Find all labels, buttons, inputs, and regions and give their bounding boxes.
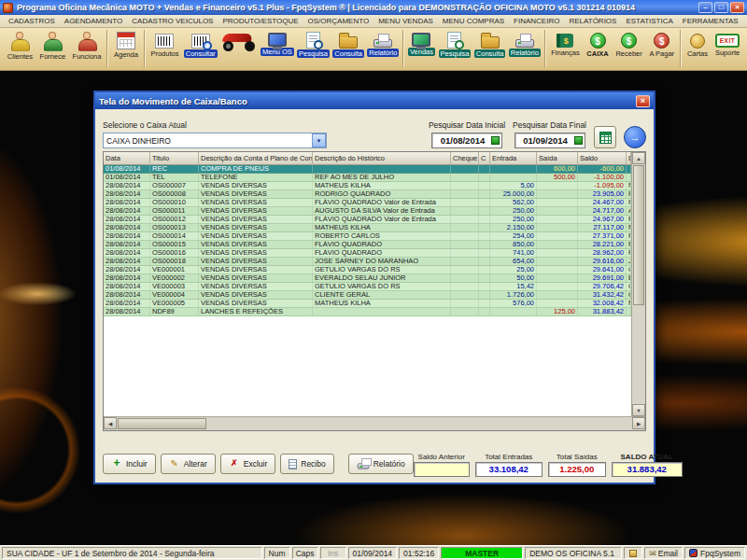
table-row[interactable]: 01/08/2014TELTELEFONEREF AO MES DE JULHO…: [104, 174, 631, 182]
toolbar-button-funciona[interactable]: Funciona: [69, 30, 105, 69]
toolbar-button-a-pagar[interactable]: A Pagar: [646, 30, 678, 69]
toolbar-button-clientes[interactable]: Clientes: [4, 30, 36, 69]
vertical-scrollbar[interactable]: ▲ ▼: [631, 152, 645, 416]
cell: JOSE SARNEY DO MARANHAO: [313, 258, 451, 265]
toolbar-button-pesquisa[interactable]: Pesquisa: [437, 30, 472, 69]
combo-dropdown-icon[interactable]: ▼: [312, 133, 326, 147]
scroll-down-icon[interactable]: ▼: [632, 404, 645, 416]
scroll-left-icon[interactable]: ◀: [104, 417, 117, 429]
toolbar-button-suporte[interactable]: EXITSuporte: [712, 30, 743, 69]
vertical-scroll-track[interactable]: [632, 306, 645, 404]
date-end-field[interactable]: 01/09/2014: [514, 133, 585, 148]
column-header-titulo[interactable]: Titulo: [150, 152, 199, 164]
toolbar-button-consulta[interactable]: Consulta: [472, 30, 507, 69]
incluir-button[interactable]: Incluir: [103, 454, 156, 474]
toolbar-button-produtos[interactable]: Produtos: [148, 30, 182, 69]
table-row[interactable]: 01/08/2014RECCOMPRA DE PNEUS600,00-600,0…: [104, 165, 631, 174]
table-row[interactable]: 28/08/2014VE000005VENDAS DIVERSASMATHEUS…: [104, 300, 631, 308]
tray-icon[interactable]: [629, 550, 637, 557]
table-row[interactable]: 28/08/2014OS000008VENDAS DIVERSASRODRIGO…: [104, 190, 631, 199]
date-picker-icon[interactable]: [491, 136, 500, 145]
column-header-cheque[interactable]: Cheque: [451, 152, 479, 164]
scroll-right-icon[interactable]: ▶: [632, 417, 645, 429]
column-header-sa-da[interactable]: Saída: [537, 152, 578, 164]
toolbar-button-consultar[interactable]: Consultar: [182, 30, 218, 69]
column-header-descri-o-da-conta-d-plano-de-contas[interactable]: Descrição da Conta d Plano de Contas: [199, 152, 313, 164]
toolbar-button-menu-os[interactable]: Menu OS: [259, 30, 295, 69]
menu-item-estatistica[interactable]: ESTATISTICA: [621, 17, 677, 25]
close-icon[interactable]: [730, 2, 744, 13]
date-start-field[interactable]: 01/08/2014: [431, 133, 502, 148]
toolbar-button-relat-rio[interactable]: Relatório: [507, 30, 542, 69]
column-header-entrada[interactable]: Entrada: [490, 152, 537, 164]
table-row[interactable]: 28/08/2014OS000010VENDAS DIVERSASFLÁVIO …: [104, 199, 631, 207]
menu-item-menu-compras[interactable]: MENU COMPRAS: [438, 17, 509, 25]
table-row[interactable]: 28/08/2014OS000016VENDAS DIVERSASFLÁVIO …: [104, 249, 631, 258]
toolbar-button-cartas[interactable]: Cartas: [684, 30, 712, 69]
cell: [479, 266, 490, 273]
toolbar-button-finan-as[interactable]: Finanças: [548, 30, 584, 69]
table-row[interactable]: 28/08/2014VE000002VENDAS DIVERSASEVERALD…: [104, 274, 631, 283]
toolbar-button-motorcycle-icon[interactable]: [218, 30, 259, 69]
table-row[interactable]: 28/08/2014OS000018VENDAS DIVERSASJOSE SA…: [104, 258, 631, 266]
recibo-button[interactable]: Recibo: [280, 454, 333, 474]
column-header-data[interactable]: Data: [104, 152, 150, 164]
cell: 27.117,00: [578, 224, 627, 231]
toolbar-button-fornece[interactable]: Fornece: [36, 30, 69, 69]
table-row[interactable]: 28/08/2014NDF89LANCHES E REFEIÇÕES125,00…: [104, 308, 631, 316]
cell: CLIENTE GERAL: [313, 291, 451, 299]
menu-item-produto-estoque[interactable]: PRODUTO/ESTOQUE: [218, 17, 303, 25]
column-header-c[interactable]: C: [479, 152, 490, 164]
toolbar-button-vendas[interactable]: Vendas: [406, 30, 437, 69]
menu-item-cadastros[interactable]: CADASTROS: [4, 17, 60, 25]
menu-item-ajuda[interactable]: AJUDA: [743, 17, 747, 25]
horizontal-scroll-track[interactable]: [207, 417, 632, 430]
cell: 01/08/2014: [104, 174, 150, 181]
search-go-button[interactable]: →: [624, 126, 646, 148]
table-row[interactable]: 28/08/2014VE000003VENDAS DIVERSASGETULIO…: [104, 283, 631, 291]
maximize-icon[interactable]: [714, 2, 728, 13]
table-row[interactable]: 28/08/2014OS000011VENDAS DIVERSASAUGUSTO…: [104, 207, 631, 216]
column-header-saldo[interactable]: Saldo: [578, 152, 627, 164]
table-row[interactable]: 28/08/2014OS000014VENDAS DIVERSASROBERTO…: [104, 232, 631, 241]
cell: 1.726,00: [490, 291, 537, 299]
total-entradas-value: 33.108,42: [475, 462, 543, 477]
horizontal-scroll-thumb[interactable]: [118, 418, 206, 429]
scroll-up-icon[interactable]: ▲: [632, 152, 645, 164]
menu-item-ferramentas[interactable]: FERRAMENTAS: [678, 17, 743, 25]
toolbar-button-pesquisa[interactable]: Pesquisa: [295, 30, 331, 69]
column-header-descri-o-do-hist-rico[interactable]: Descrição do Histórico: [313, 152, 451, 164]
menu-item-cadastro-veiculos[interactable]: CADASTRO VEICULOS: [127, 17, 218, 25]
table-row[interactable]: 28/08/2014OS000013VENDAS DIVERSASMATHEUS…: [104, 224, 631, 232]
table-row[interactable]: 28/08/2014VE000004VENDAS DIVERSASCLIENTE…: [104, 291, 631, 300]
excluir-button[interactable]: Excluir: [220, 454, 276, 474]
alterar-button[interactable]: Alterar: [161, 454, 216, 474]
date-picker-icon[interactable]: [574, 136, 583, 145]
dialog-title-bar[interactable]: Tela do Movimento de Caixa/Banco: [95, 92, 654, 109]
toolbar-button-consulta[interactable]: Consulta: [331, 30, 366, 69]
status-email[interactable]: ✉Email: [644, 547, 683, 559]
table-row[interactable]: 28/08/2014OS000012VENDAS DIVERSASFLÁVIO …: [104, 216, 631, 224]
table-row[interactable]: 28/08/2014OS000007VENDAS DIVERSASMATHEUS…: [104, 182, 631, 190]
cell: [451, 216, 479, 223]
table-row[interactable]: 28/08/2014OS000015VENDAS DIVERSASFLÁVIO …: [104, 241, 631, 249]
table-row[interactable]: 28/08/2014VE000001VENDAS DIVERSASGETULIO…: [104, 266, 631, 274]
export-button[interactable]: [594, 126, 616, 148]
menu-item-agendamento[interactable]: AGENDAMENTO: [60, 17, 128, 25]
toolbar-button-agenda[interactable]: Agenda: [110, 30, 142, 69]
toolbar-button-receber[interactable]: Receber: [613, 30, 646, 69]
toolbar-button-relat-rio[interactable]: Relatório: [366, 30, 401, 69]
suppliers-icon: [42, 31, 63, 51]
status-app-version: DEMO OS OFICINA 5.1: [525, 547, 622, 559]
toolbar-button-caixa[interactable]: CAIXA: [583, 30, 612, 69]
horizontal-scrollbar[interactable]: ◀ ▶: [104, 416, 645, 430]
dialog-close-icon[interactable]: [636, 95, 650, 107]
menu-item-relat-rios[interactable]: RELATÓRIOS: [564, 17, 621, 25]
caixa-select[interactable]: CAIXA DINHEIRO ▼: [103, 133, 327, 148]
minimize-icon[interactable]: [698, 2, 712, 13]
menu-item-financeiro[interactable]: FINANCEIRO: [509, 17, 564, 25]
menu-item-os-or-amento[interactable]: OS/ORÇAMENTO: [303, 17, 374, 25]
relat-rio-button[interactable]: Relatório: [348, 454, 414, 474]
vertical-scroll-thumb[interactable]: [633, 165, 644, 305]
menu-item-menu-vendas[interactable]: MENU VENDAS: [374, 17, 438, 25]
